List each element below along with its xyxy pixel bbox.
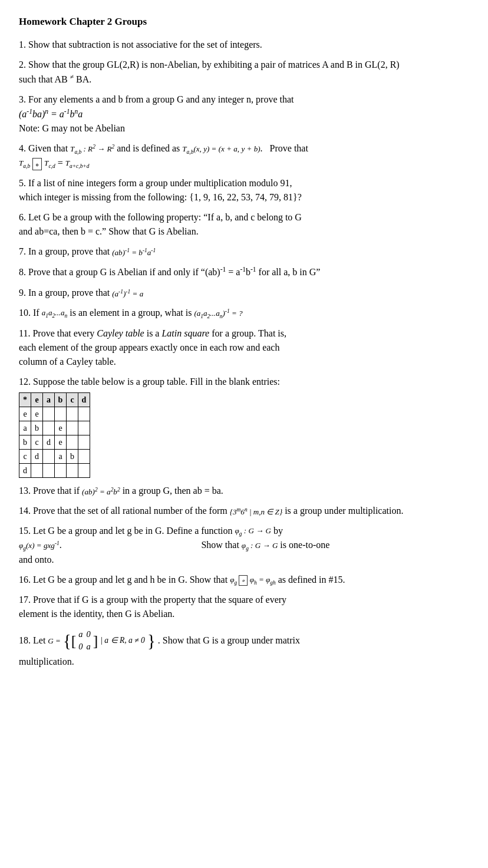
cayley-cell [43,421,55,435]
cayley-cell [67,421,78,435]
problem-8: 8. Prove that a group G is Abelian if an… [19,265,469,279]
problem-16: 16. Let G be a group and let g and h be … [19,573,469,587]
problem-4: 4. Given that Ta,b : R2 → R2 and is defi… [19,141,469,170]
problem-7: 7. In a group, prove that (ab)-1 = b-1a-… [19,245,469,259]
problem-12: 12. Suppose the table below is a group t… [19,375,469,478]
cayley-cell [78,421,90,435]
cayley-cell: b [19,435,31,449]
cayley-cell [78,463,90,477]
cayley-header-e: e [31,392,43,407]
cayley-cell: e [31,407,43,421]
problem-17: 17. Prove that if G is a group with the … [19,593,469,621]
cayley-cell: e [55,421,67,435]
cayley-cell [43,463,55,477]
cayley-cell [67,463,78,477]
page-title: Homework Chapter 2 Groups [19,14,469,29]
cayley-header-a: a [43,392,55,407]
problem-1: 1. Show that subtraction is not associat… [19,38,469,52]
cayley-cell: e [55,435,67,449]
problem-3: 3. For any elements a and b from a group… [19,93,469,136]
cayley-cell: d [31,449,43,463]
cayley-cell [78,407,90,421]
cayley-cell: e [19,407,31,421]
problem-10: 10. If a1a2...an is an element in a grou… [19,306,469,321]
problem-13: 13. Prove that if (ab)2 = a2b2 in a grou… [19,484,469,498]
table-row: c d a b [19,449,90,463]
problem-11: 11. Prove that every Cayley table is a L… [19,326,469,369]
problem-5: 5. If a list of nine integers form a gro… [19,176,469,204]
cayley-cell: d [19,463,31,477]
cayley-cell: b [67,449,78,463]
cayley-cell [31,463,43,477]
cayley-cell [78,449,90,463]
problem-2: 2. Show that the group GL(2,R) is non-Ab… [19,58,469,87]
table-row: a b e [19,421,90,435]
table-row: b c d e [19,435,90,449]
table-row: e e [19,407,90,421]
cayley-cell [55,463,67,477]
cayley-header-star: * [19,392,31,407]
problem-15: 15. Let G be a group and let g be in G. … [19,524,469,567]
cayley-header-d: d [78,392,90,407]
cayley-cell [43,449,55,463]
cayley-cell: a [19,421,31,435]
cayley-header-b: b [55,392,67,407]
cayley-table: * e a b c d e e a b e b c d e [19,392,90,478]
cayley-cell [67,407,78,421]
cayley-cell: a [55,449,67,463]
cayley-cell: c [31,435,43,449]
cayley-cell [43,407,55,421]
cayley-cell: c [19,449,31,463]
cayley-header-c: c [67,392,78,407]
cayley-cell [55,407,67,421]
problem-6: 6. Let G be a group with the following p… [19,210,469,239]
cayley-cell [67,435,78,449]
problem-9: 9. In a group, prove that (a-1)-1 = a [19,286,469,300]
cayley-cell: d [43,435,55,449]
problem-14: 14. Prove that the set of all rational n… [19,504,469,518]
cayley-cell: b [31,421,43,435]
problem-18: 18. Let G = { [ a 0 0 a ] | a ∈ R, a ≠ 0… [19,627,469,669]
cayley-cell [78,435,90,449]
table-row: d [19,463,90,477]
